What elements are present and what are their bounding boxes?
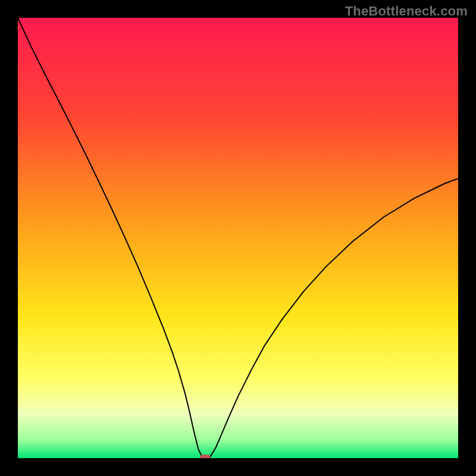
- bottleneck-curve: [18, 18, 458, 458]
- plot-area: [18, 18, 458, 458]
- curve-layer: [18, 18, 458, 458]
- watermark-text: TheBottleneck.com: [345, 4, 468, 19]
- optimal-marker: [200, 455, 211, 458]
- chart-frame: TheBottleneck.com: [0, 0, 476, 476]
